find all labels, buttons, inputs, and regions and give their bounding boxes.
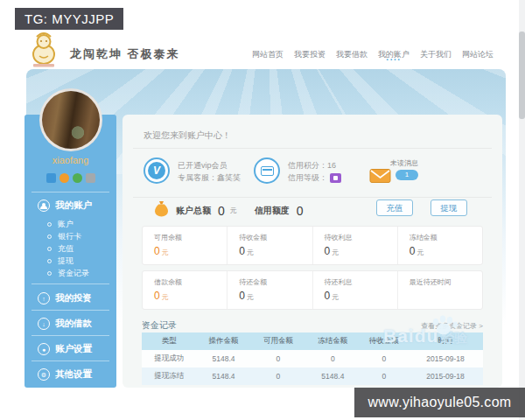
loan-icon: ↓ <box>38 318 50 330</box>
vip-status: 已开通vip会员 <box>178 160 228 172</box>
invest-icon: ↑ <box>38 292 50 304</box>
stat-frozen-amount: 冻结金额 0元 <box>397 227 482 264</box>
total-balance-value: 0 <box>218 204 225 218</box>
credit-score: 信用积分：16 <box>288 160 336 172</box>
mail-icon[interactable] <box>369 168 391 187</box>
credit-level-badge <box>330 173 341 183</box>
scrollbar-thumb[interactable] <box>519 32 525 119</box>
more-records-link[interactable]: 查看更多资金记录 > <box>421 321 483 331</box>
sidebar-section-my-account[interactable]: 我的账户 <box>38 200 92 212</box>
sidebar-section-my-investments[interactable]: ↑ 我的投资 <box>38 292 92 304</box>
withdraw-button[interactable]: 提现 <box>430 200 467 216</box>
bullet-icon <box>47 271 52 276</box>
nav-invest[interactable]: 我要投资 <box>294 49 326 60</box>
nav-borrow[interactable]: 我要借款 <box>336 49 368 60</box>
credit-limit-value: 0 <box>297 204 304 218</box>
sidebar-section-account-settings[interactable]: ● 账户设置 <box>38 343 92 355</box>
weibo-icon[interactable] <box>46 173 56 183</box>
avatar[interactable] <box>39 88 102 151</box>
stat-available-balance: 可用余额 0元 <box>143 227 227 264</box>
site-logo[interactable] <box>28 32 60 71</box>
wangwang-icon[interactable] <box>60 173 69 183</box>
social-icons-row <box>24 173 116 183</box>
site-url-watermark: www.yihaoyule05.com <box>354 388 525 417</box>
username: xiaofang <box>24 155 116 165</box>
stat-pending-amount: 待收金额 0元 <box>227 227 312 264</box>
moneybag-icon <box>154 200 169 220</box>
person-icon <box>38 200 50 212</box>
nav-forum[interactable]: 网站论坛 <box>462 49 494 60</box>
divider <box>32 192 109 192</box>
mascot-logo-icon <box>28 32 60 67</box>
total-balance-label: 账户总额 <box>176 205 211 217</box>
active-dots-icon: ···· <box>386 58 401 63</box>
divider <box>133 148 492 149</box>
fund-records-title: 资金记录 <box>142 319 177 332</box>
welcome-message: 欢迎您来到账户中心！ <box>144 130 231 142</box>
divider <box>32 284 109 284</box>
sidebar: xiaofang 我的账户 账户 银行卡 充值 提现 <box>24 115 116 388</box>
table-row: 提现冻结 5148.4 0 5148.4 0 2015-09-18 <box>142 368 483 385</box>
wechat-icon[interactable] <box>73 173 82 183</box>
divider <box>133 197 492 198</box>
sidebar-section-my-loans[interactable]: ↓ 我的借款 <box>38 318 92 330</box>
bullet-icon <box>47 234 52 239</box>
bullet-icon <box>47 259 52 263</box>
credit-limit-label: 信用额度 <box>255 205 290 217</box>
recharge-button[interactable]: 充值 <box>376 200 413 216</box>
stat-pending-interest: 待收利息 0元 <box>312 227 397 264</box>
sidebar-item-recharge[interactable]: 充值 <box>47 243 74 255</box>
nav-home[interactable]: 网站首页 <box>252 49 284 60</box>
stat-loan-balance: 借款余额 0元 <box>143 271 227 309</box>
sidebar-section-other-settings[interactable]: ⚙ 其他设置 <box>38 368 92 381</box>
stat-next-repay-time: 最近待还时间 <box>397 271 482 309</box>
stats-card-loans: 借款余额 0元 待还金额 0元 待还利息 0元 最近待还时间 <box>142 270 483 310</box>
site-slogan: 龙闯乾坤 否极泰来 <box>70 46 180 62</box>
main-nav: 网站首页 我要投资 我要借款 我的账户 ···· 关于我们 网站论坛 <box>252 49 494 60</box>
table-header: 类型 操作金额 可用金额 冻结金额 待收金额 时间 <box>142 332 483 350</box>
tg-contact-badge: TG: MYYJJPP <box>15 8 123 30</box>
stats-card-assets: 可用余额 0元 待收金额 0元 待收利息 0元 冻结金额 0元 <box>142 226 483 265</box>
vip-icon: V <box>144 158 170 184</box>
divider <box>32 335 109 336</box>
table-row: 提现成功 5148.4 0 0 0 2015-09-18 <box>142 350 483 368</box>
gear-icon: ⚙ <box>38 368 50 381</box>
divider <box>32 360 109 361</box>
stat-repay-interest: 待还利息 0元 <box>312 271 397 309</box>
qq-icon[interactable] <box>86 173 95 183</box>
unread-count-badge[interactable]: 1 <box>396 170 418 180</box>
balance-row: 账户总额 0 元 信用额度 0 <box>154 200 304 220</box>
sidebar-item-fund-records[interactable]: 资金记录 <box>47 268 89 279</box>
fund-records-table: 类型 操作金额 可用金额 冻结金额 待收金额 时间 提现成功 5148.4 0 … <box>142 332 483 385</box>
account-panel: 欢迎您来到账户中心！ V 已开通vip会员 专属客服：鑫笑笑 信用积分：16 信… <box>122 115 502 388</box>
sidebar-item-bankcard[interactable]: 银行卡 <box>47 231 81 242</box>
credit-card-icon <box>254 158 280 184</box>
divider <box>32 310 109 311</box>
bullet-icon <box>47 222 52 227</box>
vip-service: 专属客服：鑫笑笑 <box>178 172 241 184</box>
target-icon: ● <box>38 343 50 355</box>
sidebar-item-account[interactable]: 账户 <box>47 219 74 230</box>
stat-repay-amount: 待还金额 0元 <box>227 271 312 309</box>
account-center-page: 龙闯乾坤 否极泰来 网站首页 我要投资 我要借款 我的账户 ···· 关于我们 … <box>0 0 525 420</box>
scrollbar[interactable] <box>519 0 525 420</box>
nav-about-us[interactable]: 关于我们 <box>420 49 452 60</box>
bullet-icon <box>47 247 52 251</box>
nav-my-account[interactable]: 我的账户 ···· <box>378 49 410 60</box>
credit-level: 信用等级： <box>288 172 341 184</box>
unread-label: 未读消息 <box>385 158 424 168</box>
sidebar-item-withdraw[interactable]: 提现 <box>47 256 74 267</box>
